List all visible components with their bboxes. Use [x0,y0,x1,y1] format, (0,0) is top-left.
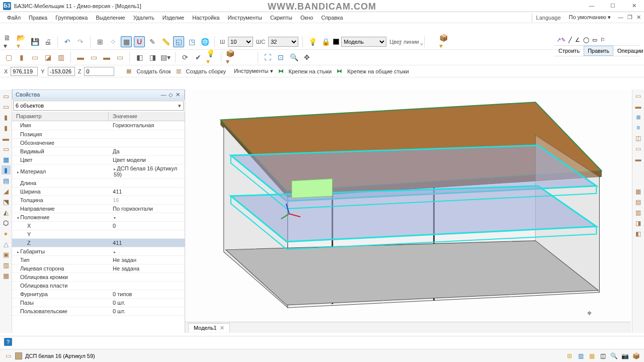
status-icon-5[interactable]: 🔍 [610,352,618,360]
right-icon-12[interactable]: ◧ [634,229,643,238]
fasteners-joints-button[interactable]: Крепеж на стыки [286,67,335,75]
tab-close-icon[interactable]: ✕ [220,325,224,331]
create-assembly-button[interactable]: Создать сборку [183,67,229,75]
viewport-3d[interactable]: ⌖ [185,89,632,333]
property-row[interactable]: X0 [12,221,185,230]
properties-table[interactable]: ИмяГоризонтальнаяПозицияОбозначениеВидим… [12,121,185,316]
panel-top-icon[interactable]: ▭ [29,52,40,63]
board-b-icon[interactable]: ▭ [88,52,99,63]
status-icon-1[interactable]: ⊞ [566,352,574,360]
menu-delete[interactable]: Удалить [129,13,158,22]
bulb-icon[interactable]: 💡 [307,36,318,47]
viewport-tab-model1[interactable]: Модель1 ✕ [188,323,230,332]
tab-ops[interactable]: Операции [613,46,644,56]
mdi-close-button[interactable]: ✕ [636,14,641,21]
status-icon-7[interactable]: 📦 [632,352,640,360]
status-icon-2[interactable]: ▥ [577,352,585,360]
status-icon-4[interactable]: ◫ [599,352,607,360]
edit-tool-icon[interactable]: ✎ [147,36,158,47]
board-a-icon[interactable]: ▬ [75,52,86,63]
menu-scripts[interactable]: Скрипты [266,13,296,22]
property-row[interactable]: Пазы0 шт. [12,298,185,307]
panel-side-icon[interactable]: ▮ [16,52,27,63]
right-icon-5[interactable]: ◫ [634,134,643,143]
right-icon-7[interactable]: ▬ [634,155,643,164]
right-icon-4[interactable]: ≡ [634,123,643,132]
left-icon-2[interactable]: ▭ [2,102,11,111]
cube-b-icon[interactable]: ◳ [186,36,197,47]
status-material-swatch[interactable] [15,352,22,359]
property-row[interactable]: ТипНе задан [12,255,185,264]
pan-icon[interactable]: ✥ [301,52,312,63]
tab-build[interactable]: Строить [554,46,584,56]
fastener-b-icon[interactable]: ⧓ [337,68,342,74]
menu-window[interactable]: Окно [296,13,317,22]
right-icon-3[interactable]: ≣ [634,113,643,122]
right-icon-1[interactable]: ▭ [634,92,643,101]
assembly2-icon[interactable]: ▥ [176,68,181,74]
tab-edit[interactable]: Править [584,46,613,56]
left-icon-1[interactable]: ▭ [2,92,11,101]
menu-tools[interactable]: Инструменты [223,13,266,22]
new-file-icon[interactable]: 🗎▾ [3,36,14,47]
status-icon-3[interactable]: ▦ [588,352,596,360]
print-icon[interactable]: 🖨 [42,36,53,47]
coord-y-input[interactable] [48,67,75,76]
circle-tool-icon[interactable]: ◯ [583,37,589,43]
grid-icon[interactable]: ⊞ [95,36,106,47]
redo-icon[interactable]: ↷ [75,36,86,47]
save-icon[interactable]: 💾 [29,36,40,47]
fasteners-shared-button[interactable]: Крепеж на общие стыки [344,67,412,75]
coord-z-input[interactable] [84,67,114,76]
ruler-icon[interactable]: 📏 [160,36,171,47]
selection-combo[interactable]: 6 объектов ▾ [13,101,184,111]
left-icon-17[interactable]: ▥ [2,260,11,269]
angle-tool-icon[interactable]: ∠ [575,37,580,43]
edit-arrow-icon[interactable]: ↗✎ [556,37,566,43]
misc-a-icon[interactable]: ◧ [134,52,145,63]
left-icon-4[interactable]: ▮ [2,123,11,132]
left-icon-10[interactable]: ◢ [2,187,11,196]
check-icon[interactable]: ✔ [193,52,204,63]
property-row[interactable]: НаправлениеПо горизонтали [12,204,185,213]
property-row[interactable]: Длина [12,178,185,187]
property-row[interactable]: ЦветЦвет модели [12,155,185,164]
zoom-tool-icon[interactable]: 🔍 [288,52,299,63]
overflow-chevron-2[interactable]: » [420,41,423,47]
property-row[interactable]: МатериалДСП белая 16 (Артикул 59) [12,164,185,178]
right-icon-6[interactable]: ▭ [634,144,643,153]
left-icon-11[interactable]: ⬔ [2,197,11,206]
menu-product[interactable]: Изделие [158,13,189,22]
color-swatch[interactable] [333,39,339,45]
left-icon-14[interactable]: ● [2,229,11,238]
property-row[interactable]: Облицовка пласти [12,281,185,290]
globe-icon[interactable]: 🌐 [199,36,210,47]
property-row[interactable]: Ширина411 [12,187,185,196]
line-tool-icon[interactable]: ╱ [569,37,572,43]
left-icon-18[interactable]: ▦ [2,271,11,280]
left-icon-7[interactable]: ▦ [2,155,11,164]
menu-group[interactable]: Группировка [51,13,92,22]
board-c-icon[interactable]: ▬ [101,52,112,63]
property-row[interactable]: Y [12,230,185,238]
panel-pin-icon[interactable]: ◇ [167,92,174,98]
right-icon-11[interactable]: ◨ [634,219,643,228]
property-row[interactable]: Толщина16 [12,196,185,204]
menu-selection[interactable]: Выделение [92,13,129,22]
left-icon-5[interactable]: ▬ [2,134,11,143]
property-row[interactable]: Позиция [12,130,185,138]
open-file-icon[interactable]: 📂▾ [16,36,27,47]
snap-object-icon[interactable]: ▦ [121,36,132,47]
menu-edit[interactable]: Правка [25,13,51,22]
panel-3d-icon[interactable]: ◪ [42,52,53,63]
left-icon-13[interactable]: ⬡ [2,218,11,227]
maximize-button[interactable]: ☐ [606,3,620,9]
misc-b-icon[interactable]: ◨ [147,52,158,63]
property-row[interactable]: Пользовательские0 шт. [12,307,185,315]
width-select[interactable]: 10 [228,37,253,47]
right-icon-10[interactable]: ▥ [634,208,643,217]
rotate-view-icon[interactable]: ⟳ [180,52,191,63]
property-row[interactable]: ВидимыйДа [12,147,185,155]
language-select[interactable]: По умолчанию ▾ [565,13,615,22]
status-material-icon[interactable]: ▭ [4,352,12,360]
